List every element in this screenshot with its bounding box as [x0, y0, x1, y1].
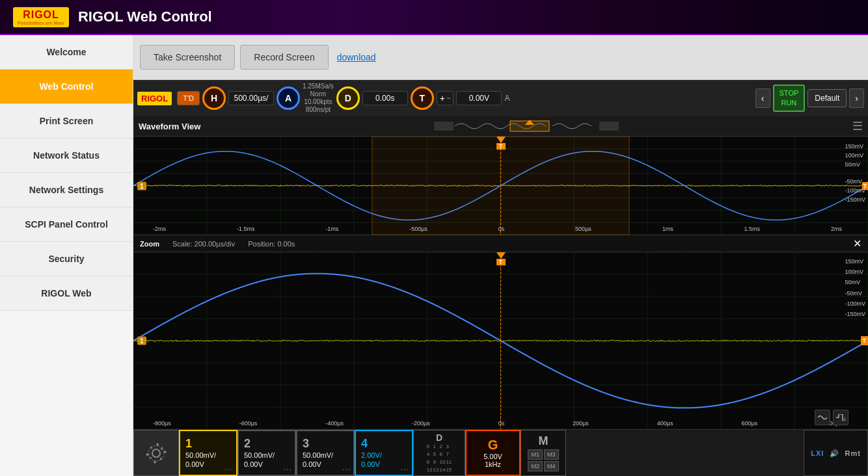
ch1-val2: 0.00V	[185, 460, 204, 469]
t-plus-box: + ~	[437, 91, 454, 105]
g-label: G	[488, 438, 498, 453]
t-indicator[interactable]: T	[411, 86, 434, 110]
content-area: Take Screenshot Record Screen download R…	[133, 35, 868, 476]
ch4-val1: 2.00V/	[361, 451, 382, 460]
upper-waveform-canvas	[133, 137, 868, 235]
trigger-top-upper: T	[496, 137, 506, 150]
d-value[interactable]: 0.00s	[362, 91, 408, 105]
header: RIGOL Possibilities are More RIGOL Web C…	[0, 0, 868, 35]
zoom-close-button[interactable]: ✕	[853, 237, 861, 250]
scope-panel: RIGOL T'D H 500.00µs/ A 1.25MSa/s	[133, 80, 868, 476]
time-scale-lower: -800µs -600µs -400µs -200µs 0s 200µs 400…	[153, 420, 842, 427]
ch3-val2: 0.00V	[303, 460, 321, 469]
screenshot-button[interactable]: Take Screenshot	[140, 45, 235, 70]
nav-left-button[interactable]: ‹	[755, 88, 770, 108]
logo-sub: Possibilities are More	[18, 21, 64, 25]
d-grid: 0123 4567 891011 12131415	[427, 443, 452, 474]
g-val1: 5.00V	[483, 453, 502, 460]
waveform-minimap	[434, 120, 619, 133]
m-button[interactable]: M M1 M3 M2 M4	[521, 430, 566, 476]
waveform-menu-icon[interactable]: ☰	[852, 119, 863, 133]
record-button[interactable]: Record Screen	[240, 45, 328, 70]
ch3-button[interactable]: 3 50.00mV/ 0.00V …	[296, 430, 355, 476]
lxi-area[interactable]: LXI 🔊 Rmt	[804, 430, 868, 476]
g-val2: 1kHz	[485, 460, 501, 468]
m2-button[interactable]: M2	[528, 461, 543, 471]
wave-icon-2[interactable]	[833, 410, 848, 425]
a-indicator[interactable]: A	[277, 86, 300, 110]
volt-scale-lower: 150mV 100mV 50mV -50mV -100mV -150mV	[845, 256, 865, 319]
ch1-button[interactable]: 1 50.00mV/ 0.00V …	[179, 430, 237, 476]
nav-right-button[interactable]: ›	[849, 88, 864, 108]
td-button[interactable]: T'D	[177, 91, 200, 105]
ch4-num: 4	[361, 437, 368, 451]
scope-controls: RIGOL T'D H 500.00µs/ A 1.25MSa/s	[133, 80, 868, 116]
upper-waveform: 1 T T 150mV 100mV 50mV	[133, 137, 868, 235]
sidebar-item-network-status[interactable]: Network Status	[0, 139, 133, 173]
ch1-val1: 50.00mV/	[185, 451, 216, 460]
m3-button[interactable]: M3	[544, 449, 559, 460]
sidebar-item-rigol-web[interactable]: RIGOL Web	[0, 276, 133, 311]
scope-rigol-logo: RIGOL	[137, 92, 172, 105]
sidebar: Welcome Web Control Print Screen Network…	[0, 35, 133, 476]
t-suffix: A	[504, 94, 509, 103]
time-scale-upper: -2ms -1.5ms -1ms -500µs 0s 500µs 1ms 1.5…	[153, 226, 842, 232]
download-link[interactable]: download	[337, 52, 376, 62]
scope-right-controls: ‹ STOP RUN Default ›	[755, 85, 864, 112]
ch4-val2: 0.00V	[361, 460, 380, 469]
a-value: 1.25MSa/s Norm 10.00kpts 800ns/pt	[303, 83, 334, 114]
main-layout: Welcome Web Control Print Screen Network…	[0, 35, 868, 476]
waveform-header: Waveform View	[133, 116, 868, 137]
logo-box: RIGOL Possibilities are More	[13, 7, 69, 27]
waveform-title: Waveform View	[139, 122, 200, 131]
lower-bottom-icons	[815, 410, 848, 425]
ch3-val1: 50.00mV/	[303, 451, 333, 460]
lower-waveform: 1 T T 150mV 100mV 50mV -50mV	[133, 252, 868, 429]
ch4-dots[interactable]: …	[400, 462, 409, 472]
sidebar-item-print-screen[interactable]: Print Screen	[0, 104, 133, 139]
sidebar-item-scpi[interactable]: SCPI Panel Control	[0, 207, 133, 242]
ch1-label-lower: 1	[137, 337, 146, 345]
mini-waveform-svg	[455, 120, 598, 133]
ch1-label-upper: 1	[137, 181, 146, 190]
stop-run-button[interactable]: STOP RUN	[773, 85, 806, 112]
logo-text: RIGOL	[23, 9, 59, 21]
sidebar-item-welcome[interactable]: Welcome	[0, 35, 133, 70]
ch4-button[interactable]: 4 2.00V/ 0.00V …	[355, 430, 413, 476]
m1-button[interactable]: M1	[528, 449, 543, 460]
svg-point-2	[152, 449, 160, 457]
d-label: D	[436, 432, 442, 443]
sidebar-item-security[interactable]: Security	[0, 242, 133, 276]
trigger-top-lower: T	[496, 252, 506, 265]
h-value[interactable]: 500.00µs/	[228, 91, 274, 105]
ch2-val2: 0.00V	[244, 460, 263, 469]
m-label: M	[539, 434, 549, 448]
sidebar-item-web-control[interactable]: Web Control	[0, 70, 133, 104]
gear-button[interactable]	[133, 430, 179, 476]
m-sub-buttons: M1 M3 M2 M4	[528, 449, 558, 471]
default-button[interactable]: Default	[807, 89, 847, 107]
d-indicator[interactable]: D	[336, 86, 360, 110]
t-value[interactable]: 0.00V	[456, 91, 502, 105]
ch2-val1: 50.00mV/	[244, 451, 275, 460]
h-indicator[interactable]: H	[202, 86, 226, 110]
ch2-dots[interactable]: …	[283, 462, 292, 472]
wave-icon-1[interactable]	[815, 410, 830, 425]
channel-controls: 1 50.00mV/ 0.00V … 2 50.00mV/ 0.00V … 3 …	[133, 429, 868, 476]
lxi-text: LXI 🔊 Rmt	[811, 448, 861, 458]
header-title: RIGOL Web Control	[78, 8, 212, 25]
ch1-num: 1	[185, 437, 192, 451]
zoom-bar: Zoom Scale: 200.00µs/div Position: 0.00s…	[133, 235, 868, 252]
ch1-dots[interactable]: …	[224, 462, 234, 472]
trigger-right-lower: T	[861, 336, 869, 345]
gear-icon	[144, 442, 168, 465]
ch2-button[interactable]: 2 50.00mV/ 0.00V …	[237, 430, 296, 476]
d-button[interactable]: D 0123 4567 891011 12131415	[413, 430, 465, 476]
volt-scale-upper: 150mV 100mV 50mV -50mV -100mV -150mV	[845, 143, 865, 203]
lower-waveform-canvas	[133, 252, 868, 429]
sidebar-item-network-settings[interactable]: Network Settings	[0, 173, 133, 207]
g-button[interactable]: G 5.00V 1kHz	[465, 430, 521, 476]
toolbar: Take Screenshot Record Screen download	[133, 35, 868, 80]
ch3-dots[interactable]: …	[342, 462, 351, 472]
m4-button[interactable]: M4	[544, 461, 559, 471]
